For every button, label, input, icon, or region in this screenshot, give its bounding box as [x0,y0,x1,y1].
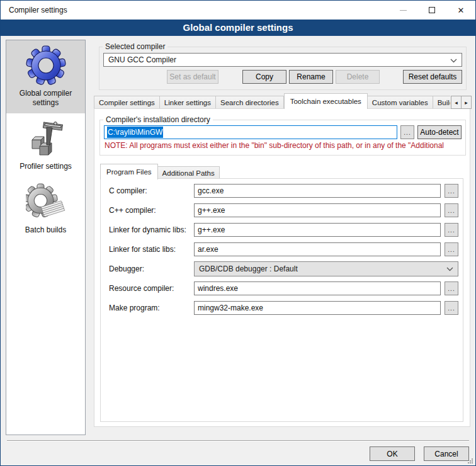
sidebar-item-label: Global compiler settings [9,89,82,108]
compiler-select-value: GNU GCC Compiler [108,55,176,64]
program-files-page: C compiler: ... C++ compiler: ... Linker… [100,178,463,422]
selected-compiler-label: Selected compiler [103,42,167,51]
bin-subdirectory-note: NOTE: All programs must exist either in … [105,141,462,150]
maximize-button[interactable] [417,1,446,20]
make-program-browse-button[interactable]: ... [445,301,458,315]
titlebar: Compiler settings ✕ [1,1,475,20]
gray-gear-stack-icon [26,182,66,222]
chevron-down-icon [450,59,457,63]
delete-button[interactable]: Delete [336,70,380,84]
rename-button[interactable]: Rename [289,70,333,84]
static-linker-input[interactable] [194,242,441,256]
resource-compiler-browse-button[interactable]: ... [445,281,458,295]
tab-scroll-left-icon: ◂ [455,99,458,106]
cpp-compiler-label: C++ compiler: [109,206,194,215]
static-linker-browse-button[interactable]: ... [445,242,458,256]
caliper-tool-icon [26,118,66,159]
ellipsis-icon: ... [448,246,455,253]
tab-additional-paths[interactable]: Additional Paths [158,166,220,179]
close-button[interactable]: ✕ [446,1,475,20]
c-compiler-label: C compiler: [109,186,194,195]
tab-search-directories[interactable]: Search directories [216,96,284,109]
minimize-button[interactable] [388,1,417,20]
debugger-select-value: GDB/CDB debugger : Default [199,264,298,273]
caption-buttons: ✕ [388,1,475,20]
field-row-make-program: Make program: ... [109,301,458,315]
auto-detect-button[interactable]: Auto-detect [417,125,462,139]
installation-directory-value: C:\raylib\MinGW [107,127,163,138]
footer-separator [7,440,469,441]
ellipsis-icon: ... [448,227,455,234]
field-row-dynamic-linker: Linker for dynamic libs: ... [109,223,458,237]
ellipsis-icon: ... [448,305,455,312]
maximize-icon [429,7,435,13]
toolchain-executables-page: Compiler's installation directory C:\ray… [94,108,470,427]
ellipsis-icon: ... [448,207,455,214]
field-row-static-linker: Linker for static libs: ... [109,242,458,256]
resource-compiler-input[interactable] [194,281,441,295]
installation-directory-label: Compiler's installation directory [103,115,213,124]
debugger-label: Debugger: [109,264,194,273]
static-linker-label: Linker for static libs: [109,245,194,254]
make-program-input[interactable] [194,301,441,315]
sidebar-item-label: Batch builds [9,225,82,235]
tab-program-files[interactable]: Program Files [100,164,158,179]
settings-category-list: Global compiler settings [6,40,86,435]
copy-button[interactable]: Copy [242,70,286,84]
installation-directory-row: C:\raylib\MinGW ... Auto-detect [104,125,462,139]
ellipsis-icon: ... [448,285,455,292]
tab-scroll-right-button[interactable]: ▸ [461,96,472,109]
sidebar-item-batch-builds[interactable]: Batch builds [6,177,85,241]
make-program-label: Make program: [109,304,194,312]
c-compiler-browse-button[interactable]: ... [445,184,458,198]
sidebar-item-label: Profiler settings [9,162,82,171]
settings-tabstrip: Compiler settings Linker settings Search… [94,93,472,109]
cpp-compiler-browse-button[interactable]: ... [445,203,458,217]
cpp-compiler-input[interactable] [194,203,441,217]
reset-defaults-button[interactable]: Reset defaults [403,70,462,84]
dynamic-linker-input[interactable] [194,223,441,237]
selected-compiler-group: Selected compiler GNU GCC Compiler Set a… [99,42,467,90]
tabs-scroll-area: Compiler settings Linker settings Search… [94,93,450,109]
installation-directory-browse-button[interactable]: ... [400,125,414,139]
resize-grip[interactable] [468,458,473,463]
dynamic-linker-browse-button[interactable]: ... [445,223,458,237]
ok-button[interactable]: OK [370,446,415,461]
chevron-down-icon [446,267,453,271]
compiler-settings-dialog: Compiler settings ✕ Global compiler sett… [0,0,476,466]
tab-scroll-buttons: ◂ ▸ [451,96,472,109]
debugger-select[interactable]: GDB/CDB debugger : Default [194,261,458,276]
tab-custom-variables[interactable]: Custom variables [368,96,433,109]
resource-compiler-label: Resource compiler: [109,284,194,293]
cancel-button[interactable]: Cancel [424,446,469,461]
field-row-resource-compiler: Resource compiler: ... [109,281,458,295]
tab-build-options[interactable]: Build options [433,96,450,109]
tab-scroll-left-button[interactable]: ◂ [451,96,462,109]
field-row-cpp-compiler: C++ compiler: ... [109,203,458,217]
programs-tabstrip: Program Files Additional Paths [100,164,465,179]
minimize-icon [400,10,407,11]
ellipsis-icon: ... [404,129,411,136]
ellipsis-icon: ... [448,188,455,195]
tab-linker-settings[interactable]: Linker settings [160,96,216,109]
set-as-default-button[interactable]: Set as default [167,70,218,84]
page-title: Global compiler settings [1,20,475,36]
installation-directory-input[interactable]: C:\raylib\MinGW [104,125,397,139]
sidebar-item-global-compiler-settings[interactable]: Global compiler settings [6,40,85,113]
field-row-debugger: Debugger: GDB/CDB debugger : Default [109,262,458,276]
tab-toolchain-executables[interactable]: Toolchain executables [284,93,368,109]
blue-gear-icon [26,45,66,86]
sidebar-item-profiler-settings[interactable]: Profiler settings [6,113,85,177]
compiler-select[interactable]: GNU GCC Compiler [103,53,462,67]
c-compiler-input[interactable] [194,184,441,198]
tab-scroll-right-icon: ▸ [465,99,468,106]
window-title: Compiler settings [1,6,67,14]
field-row-c-compiler: C compiler: ... [109,184,458,198]
installation-directory-group: Compiler's installation directory C:\ray… [99,115,466,156]
close-icon: ✕ [458,6,465,14]
tab-compiler-settings[interactable]: Compiler settings [94,96,160,109]
compiler-actions: Set as default Copy Rename Delete Reset … [99,70,462,84]
dynamic-linker-label: Linker for dynamic libs: [109,225,194,234]
